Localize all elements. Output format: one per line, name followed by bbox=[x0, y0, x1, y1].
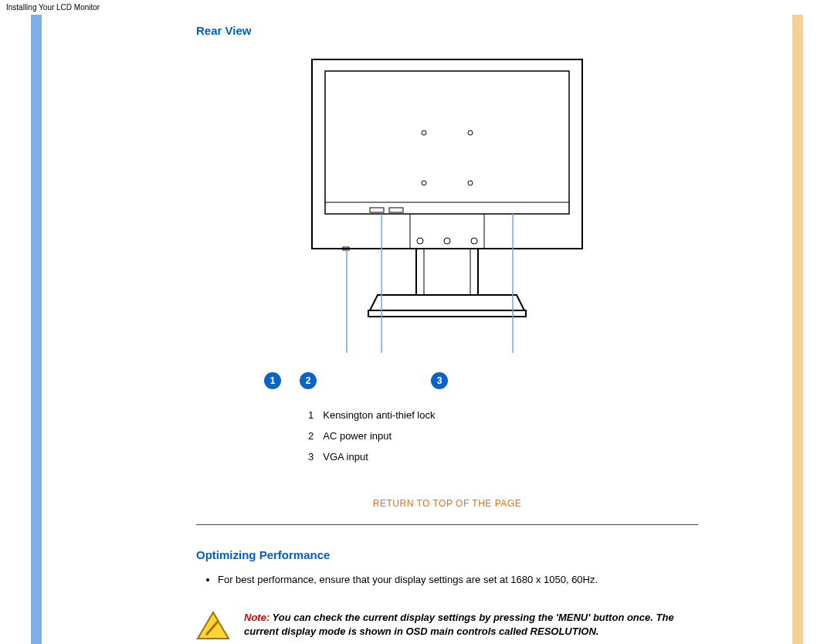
callout-badge-2: 2 bbox=[300, 372, 317, 389]
section-divider bbox=[196, 524, 698, 525]
main-content: Rear View bbox=[196, 15, 729, 644]
table-row: 2 AC power input bbox=[308, 425, 445, 446]
svg-point-11 bbox=[417, 238, 423, 244]
svg-rect-8 bbox=[389, 208, 403, 212]
svg-point-5 bbox=[468, 181, 473, 185]
svg-rect-1 bbox=[325, 71, 569, 214]
note-label: Note: bbox=[244, 612, 270, 623]
note-text: Note: You can check the current display … bbox=[244, 611, 698, 640]
right-accent-bar bbox=[792, 15, 803, 644]
svg-point-4 bbox=[422, 181, 426, 185]
svg-rect-15 bbox=[416, 249, 478, 295]
label-num: 3 bbox=[308, 446, 323, 467]
callout-badge-1: 1 bbox=[264, 372, 281, 389]
svg-point-3 bbox=[468, 130, 473, 135]
table-row: 1 Kensington anti-thief lock bbox=[308, 405, 445, 425]
svg-point-12 bbox=[444, 238, 450, 244]
rear-labels-table: 1 Kensington anti-thief lock 2 AC power … bbox=[308, 405, 445, 467]
svg-rect-18 bbox=[368, 310, 526, 317]
warning-icon bbox=[196, 611, 230, 644]
label-text: VGA input bbox=[323, 446, 444, 467]
optimizing-heading: Optimizing Performance bbox=[196, 548, 698, 561]
label-num: 2 bbox=[308, 425, 323, 446]
list-item: For best performance, ensure that your d… bbox=[218, 572, 698, 588]
rear-view-heading: Rear View bbox=[196, 24, 698, 37]
optimizing-bullet-list: For best performance, ensure that your d… bbox=[196, 572, 698, 588]
note-body: You can check the current display settin… bbox=[244, 612, 674, 638]
page-wrapper: Rear View bbox=[0, 15, 834, 644]
callout-badge-3: 3 bbox=[431, 372, 448, 389]
rear-callout-badges: 1 2 3 bbox=[196, 372, 698, 389]
svg-point-23 bbox=[206, 632, 208, 635]
table-row: 3 VGA input bbox=[308, 446, 445, 467]
svg-rect-7 bbox=[370, 208, 384, 212]
label-text: Kensington anti-thief lock bbox=[323, 405, 444, 425]
left-accent-bar bbox=[31, 15, 42, 644]
svg-point-2 bbox=[422, 130, 426, 135]
label-text: AC power input bbox=[323, 425, 444, 446]
window-title: Installing Your LCD Monitor bbox=[0, 0, 834, 15]
note-block: Note: You can check the current display … bbox=[196, 611, 698, 644]
return-to-top-link[interactable]: RETURN TO TOP OF THE PAGE bbox=[196, 498, 698, 509]
rear-view-diagram: 1 2 3 bbox=[196, 48, 698, 389]
svg-rect-0 bbox=[312, 59, 582, 249]
label-num: 1 bbox=[308, 405, 323, 425]
svg-point-13 bbox=[471, 238, 477, 244]
